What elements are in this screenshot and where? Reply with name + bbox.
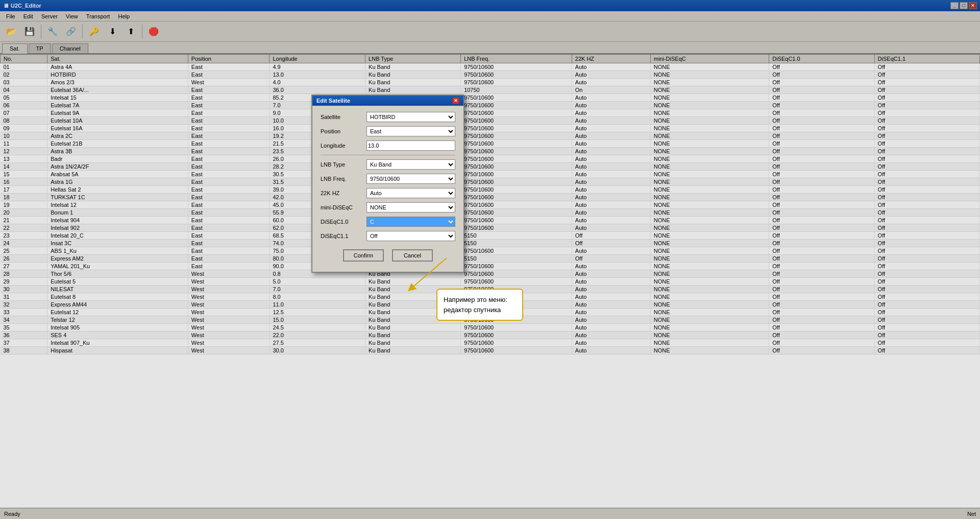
modal-overlay bbox=[0, 0, 980, 519]
dialog-separator bbox=[321, 155, 455, 155]
diseqc11-select[interactable]: Off bbox=[366, 231, 455, 241]
lnb-type-control: Ku Band bbox=[366, 159, 455, 170]
dialog-title-text: Edit Satellite bbox=[316, 98, 350, 104]
longitude-field-row: Longitude bbox=[321, 140, 455, 151]
dialog-title-bar: Edit Satellite ✕ bbox=[312, 96, 463, 106]
twentytwo-control: Auto bbox=[366, 188, 455, 198]
lnb-freq-select[interactable]: 9750/10600 bbox=[366, 174, 455, 184]
position-select[interactable]: East bbox=[366, 126, 455, 136]
mini-diseqc-select[interactable]: NONE bbox=[366, 202, 455, 213]
lnb-type-label: LNB Type bbox=[321, 161, 366, 168]
annotation-line1: Например это меню: bbox=[444, 295, 516, 305]
satellite-field-row: Satellite HOTBIRD bbox=[321, 112, 455, 122]
annotation-box: Например это меню: редактор спутника bbox=[436, 289, 523, 321]
longitude-input[interactable] bbox=[366, 140, 455, 151]
svg-line-0 bbox=[411, 258, 447, 289]
position-control: East bbox=[366, 126, 455, 136]
lnb-freq-field-row: LNB Freq. 9750/10600 bbox=[321, 174, 455, 184]
diseqc11-control: Off bbox=[366, 231, 455, 241]
diseqc10-field-row: DiSEqC1.0 C bbox=[321, 217, 455, 227]
lnb-type-select[interactable]: Ku Band bbox=[366, 159, 455, 170]
diseqc11-label: DiSEqC1.1 bbox=[321, 233, 366, 239]
diseqc10-control: C bbox=[366, 217, 455, 227]
lnb-freq-label: LNB Freq. bbox=[321, 176, 366, 182]
satellite-select[interactable]: HOTBIRD bbox=[366, 112, 455, 122]
satellite-control: HOTBIRD bbox=[366, 112, 455, 122]
position-field-row: Position East bbox=[321, 126, 455, 136]
edit-satellite-dialog: Edit Satellite ✕ Satellite HOTBIRD Posit… bbox=[311, 95, 464, 273]
diseqc10-select[interactable]: C bbox=[366, 217, 455, 227]
diseqc10-label: DiSEqC1.0 bbox=[321, 219, 366, 225]
confirm-button[interactable]: Confirm bbox=[343, 249, 384, 262]
mini-diseqc-field-row: mini-DiSEqC NONE bbox=[321, 202, 455, 213]
annotation-arrow bbox=[396, 253, 457, 294]
dialog-body: Satellite HOTBIRD Position East Longitud… bbox=[312, 106, 463, 272]
annotation-line2: редактор спутника bbox=[444, 305, 516, 315]
lnb-freq-control: 9750/10600 bbox=[366, 174, 455, 184]
lnb-type-field-row: LNB Type Ku Band bbox=[321, 159, 455, 170]
twentytwo-field-row: 22K HZ Auto bbox=[321, 188, 455, 198]
diseqc11-field-row: DiSEqC1.1 Off bbox=[321, 231, 455, 241]
dialog-close-button[interactable]: ✕ bbox=[452, 97, 459, 104]
position-label: Position bbox=[321, 128, 366, 134]
mini-diseqc-label: mini-DiSEqC bbox=[321, 204, 366, 210]
twentytwo-select[interactable]: Auto bbox=[366, 188, 455, 198]
twentytwo-label: 22K HZ bbox=[321, 190, 366, 196]
satellite-label: Satellite bbox=[321, 114, 366, 120]
longitude-label: Longitude bbox=[321, 143, 366, 149]
mini-diseqc-control: NONE bbox=[366, 202, 455, 213]
longitude-control bbox=[366, 140, 455, 151]
